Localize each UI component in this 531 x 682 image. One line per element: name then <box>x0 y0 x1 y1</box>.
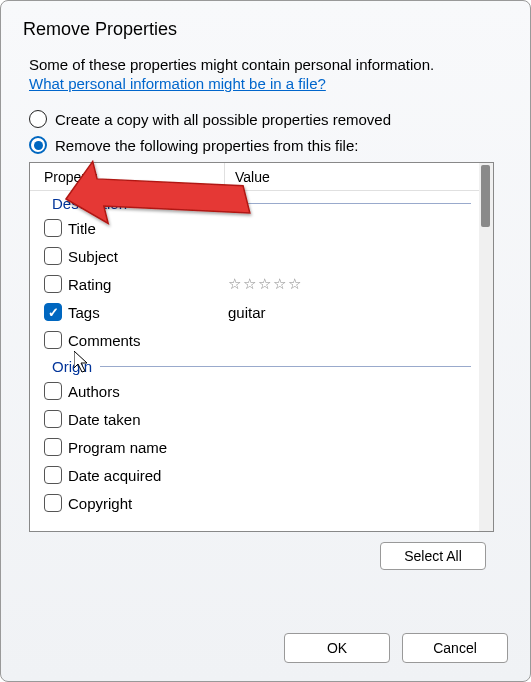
ok-button[interactable]: OK <box>284 633 390 663</box>
dialog-buttons: OK Cancel <box>284 633 508 663</box>
label-rating: Rating <box>68 276 226 293</box>
column-headers: Property Value <box>30 163 479 191</box>
row-date-acquired[interactable]: Date acquired <box>30 461 479 489</box>
checkbox-title[interactable] <box>44 219 62 237</box>
star-icon: ☆ <box>273 275 286 293</box>
row-date-taken[interactable]: Date taken <box>30 405 479 433</box>
cancel-button[interactable]: Cancel <box>402 633 508 663</box>
value-rating: ☆ ☆ ☆ ☆ ☆ <box>226 275 479 293</box>
info-link[interactable]: What personal information might be in a … <box>29 75 326 92</box>
row-subject[interactable]: Subject <box>30 242 479 270</box>
label-copyright: Copyright <box>68 495 226 512</box>
checkbox-authors[interactable] <box>44 382 62 400</box>
checkbox-date-acquired[interactable] <box>44 466 62 484</box>
radio-remove-following-row[interactable]: Remove the following properties from thi… <box>29 136 508 154</box>
label-date-acquired: Date acquired <box>68 467 226 484</box>
radio-remove-following-label: Remove the following properties from thi… <box>55 137 358 154</box>
checkbox-subject[interactable] <box>44 247 62 265</box>
row-tags[interactable]: Tags guitar <box>30 298 479 326</box>
select-all-button[interactable]: Select All <box>380 542 486 570</box>
row-program-name[interactable]: Program name <box>30 433 479 461</box>
checkbox-rating[interactable] <box>44 275 62 293</box>
header-value[interactable]: Value <box>225 163 479 190</box>
section-description: Description <box>30 191 479 214</box>
header-property[interactable]: Property <box>30 163 225 190</box>
section-origin: Origin <box>30 354 479 377</box>
radio-remove-following[interactable] <box>29 136 47 154</box>
intro-text: Some of these properties might contain p… <box>29 56 508 73</box>
checkbox-copyright[interactable] <box>44 494 62 512</box>
checkbox-tags[interactable] <box>44 303 62 321</box>
properties-list: Property Value Description Title Subject <box>29 162 494 532</box>
checkbox-program-name[interactable] <box>44 438 62 456</box>
radio-create-copy-row[interactable]: Create a copy with all possible properti… <box>29 110 508 128</box>
radio-create-copy-label: Create a copy with all possible properti… <box>55 111 391 128</box>
radio-create-copy[interactable] <box>29 110 47 128</box>
label-comments: Comments <box>68 332 226 349</box>
row-title[interactable]: Title <box>30 214 479 242</box>
value-tags: guitar <box>226 304 479 321</box>
select-all-row: Select All <box>29 532 508 570</box>
scrollbar[interactable] <box>479 163 493 531</box>
row-authors[interactable]: Authors <box>30 377 479 405</box>
label-date-taken: Date taken <box>68 411 226 428</box>
star-icon: ☆ <box>288 275 301 293</box>
dialog-title: Remove Properties <box>1 1 530 46</box>
checkbox-date-taken[interactable] <box>44 410 62 428</box>
label-program-name: Program name <box>68 439 226 456</box>
rating-stars[interactable]: ☆ ☆ ☆ ☆ ☆ <box>228 275 479 293</box>
label-title: Title <box>68 220 226 237</box>
scroll-thumb[interactable] <box>481 165 490 227</box>
label-subject: Subject <box>68 248 226 265</box>
row-rating[interactable]: Rating ☆ ☆ ☆ ☆ ☆ <box>30 270 479 298</box>
list-inner: Property Value Description Title Subject <box>30 163 479 531</box>
remove-properties-dialog: Remove Properties Some of these properti… <box>0 0 531 682</box>
dialog-content: Some of these properties might contain p… <box>1 46 530 570</box>
star-icon: ☆ <box>243 275 256 293</box>
label-tags: Tags <box>68 304 226 321</box>
star-icon: ☆ <box>228 275 241 293</box>
checkbox-comments[interactable] <box>44 331 62 349</box>
row-copyright[interactable]: Copyright <box>30 489 479 517</box>
star-icon: ☆ <box>258 275 271 293</box>
label-authors: Authors <box>68 383 226 400</box>
row-comments[interactable]: Comments <box>30 326 479 354</box>
